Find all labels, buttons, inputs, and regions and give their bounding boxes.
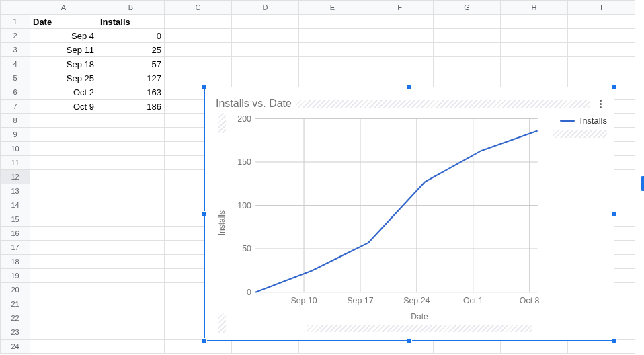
cell-C5[interactable] bbox=[165, 71, 232, 85]
cell-A5[interactable]: Sep 25 bbox=[30, 71, 97, 85]
select-all-corner[interactable] bbox=[1, 1, 30, 15]
cell-H3[interactable] bbox=[501, 43, 568, 57]
cell-C3[interactable] bbox=[165, 43, 232, 57]
cell-I5[interactable] bbox=[568, 71, 635, 85]
cell-A12[interactable] bbox=[30, 170, 97, 184]
row-header-24[interactable]: 24 bbox=[1, 340, 30, 354]
cell-B21[interactable] bbox=[97, 297, 165, 311]
cell-H4[interactable] bbox=[501, 57, 568, 71]
cell-A14[interactable] bbox=[30, 198, 97, 212]
resize-handle-mr[interactable] bbox=[612, 211, 617, 216]
cell-H5[interactable] bbox=[501, 71, 568, 85]
cell-G4[interactable] bbox=[434, 57, 501, 71]
cell-A8[interactable] bbox=[30, 114, 97, 128]
cell-A23[interactable] bbox=[30, 325, 97, 340]
cell-A9[interactable] bbox=[30, 128, 97, 142]
legend-item-installs[interactable]: Installs bbox=[560, 116, 607, 126]
cell-F24[interactable] bbox=[366, 340, 434, 354]
cell-G1[interactable] bbox=[434, 15, 501, 29]
x-axis-label[interactable]: Date bbox=[411, 312, 428, 321]
cell-D5[interactable] bbox=[232, 71, 299, 85]
cell-E1[interactable] bbox=[299, 15, 366, 29]
resize-handle-tl[interactable] bbox=[202, 84, 207, 89]
cell-H1[interactable] bbox=[501, 15, 568, 29]
cell-A21[interactable] bbox=[30, 297, 97, 311]
cell-B8[interactable] bbox=[97, 114, 165, 128]
row-header-16[interactable]: 16 bbox=[1, 227, 30, 241]
cell-B3[interactable]: 25 bbox=[97, 43, 165, 57]
cell-F4[interactable] bbox=[366, 57, 434, 71]
row-header-8[interactable]: 8 bbox=[1, 114, 30, 128]
cell-B15[interactable] bbox=[97, 212, 165, 227]
cell-A1[interactable]: Date bbox=[30, 15, 97, 29]
row-header-17[interactable]: 17 bbox=[1, 241, 30, 255]
cell-E2[interactable] bbox=[299, 29, 366, 43]
column-header-B[interactable]: B bbox=[97, 1, 165, 15]
cell-A11[interactable] bbox=[30, 156, 97, 170]
cell-I3[interactable] bbox=[568, 43, 635, 57]
cell-B20[interactable] bbox=[97, 283, 165, 297]
row-header-13[interactable]: 13 bbox=[1, 184, 30, 198]
row-header-23[interactable]: 23 bbox=[1, 325, 30, 340]
resize-handle-bm[interactable] bbox=[407, 338, 412, 344]
row-header-18[interactable]: 18 bbox=[1, 255, 30, 269]
cell-E24[interactable] bbox=[299, 340, 366, 354]
cell-B7[interactable]: 186 bbox=[97, 100, 165, 114]
chart-legend[interactable]: Installs bbox=[553, 116, 607, 138]
row-header-20[interactable]: 20 bbox=[1, 283, 30, 297]
cell-A10[interactable] bbox=[30, 142, 97, 156]
row-header-3[interactable]: 3 bbox=[1, 43, 30, 57]
line-series-installs[interactable] bbox=[255, 130, 538, 292]
column-header-D[interactable]: D bbox=[232, 1, 299, 15]
cell-A22[interactable] bbox=[30, 311, 97, 325]
cell-C24[interactable] bbox=[165, 340, 232, 354]
cell-B23[interactable] bbox=[97, 325, 165, 340]
cell-A4[interactable]: Sep 18 bbox=[30, 57, 97, 71]
resize-handle-bl[interactable] bbox=[202, 338, 207, 344]
cell-A16[interactable] bbox=[30, 227, 97, 241]
cell-B19[interactable] bbox=[97, 269, 165, 283]
row-header-5[interactable]: 5 bbox=[1, 71, 30, 85]
cell-F2[interactable] bbox=[366, 29, 434, 43]
cell-H24[interactable] bbox=[501, 340, 568, 354]
column-header-F[interactable]: F bbox=[366, 1, 434, 15]
cell-A3[interactable]: Sep 11 bbox=[30, 43, 97, 57]
cell-E4[interactable] bbox=[299, 57, 366, 71]
cell-G5[interactable] bbox=[434, 71, 501, 85]
resize-handle-tm[interactable] bbox=[407, 84, 412, 89]
cell-D2[interactable] bbox=[232, 29, 299, 43]
y-axis-label[interactable]: Installs bbox=[217, 210, 227, 235]
cell-B2[interactable]: 0 bbox=[97, 29, 165, 43]
resize-handle-br[interactable] bbox=[612, 338, 617, 344]
cell-I4[interactable] bbox=[568, 57, 635, 71]
column-header-E[interactable]: E bbox=[299, 1, 366, 15]
cell-F5[interactable] bbox=[366, 71, 434, 85]
cell-A6[interactable]: Oct 2 bbox=[30, 85, 97, 100]
cell-A7[interactable]: Oct 9 bbox=[30, 100, 97, 114]
cell-B22[interactable] bbox=[97, 311, 165, 325]
cell-B10[interactable] bbox=[97, 142, 165, 156]
cell-D4[interactable] bbox=[232, 57, 299, 71]
cell-D3[interactable] bbox=[232, 43, 299, 57]
cell-G24[interactable] bbox=[434, 340, 501, 354]
cell-C2[interactable] bbox=[165, 29, 232, 43]
chart-container[interactable]: Installs vs. Date Installs 050100150200 bbox=[204, 87, 614, 341]
cell-A20[interactable] bbox=[30, 283, 97, 297]
cell-A15[interactable] bbox=[30, 212, 97, 227]
chart-more-button[interactable] bbox=[594, 97, 607, 110]
cell-A13[interactable] bbox=[30, 184, 97, 198]
column-header-I[interactable]: I bbox=[568, 1, 635, 15]
row-header-21[interactable]: 21 bbox=[1, 297, 30, 311]
cell-E5[interactable] bbox=[299, 71, 366, 85]
cell-B5[interactable]: 127 bbox=[97, 71, 165, 85]
row-header-7[interactable]: 7 bbox=[1, 100, 30, 114]
column-header-C[interactable]: C bbox=[165, 1, 232, 15]
column-header-H[interactable]: H bbox=[501, 1, 568, 15]
resize-handle-tr[interactable] bbox=[612, 84, 617, 89]
cell-A17[interactable] bbox=[30, 241, 97, 255]
cell-A2[interactable]: Sep 4 bbox=[30, 29, 97, 43]
cell-C1[interactable] bbox=[165, 15, 232, 29]
row-header-15[interactable]: 15 bbox=[1, 212, 30, 227]
cell-D1[interactable] bbox=[232, 15, 299, 29]
chart-title[interactable]: Installs vs. Date bbox=[212, 97, 292, 110]
